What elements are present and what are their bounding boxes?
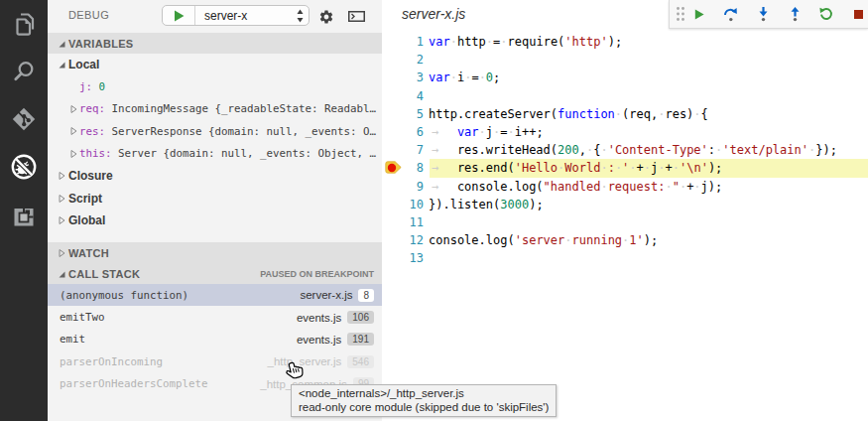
activity-item-extensions[interactable] xyxy=(0,191,48,238)
code-token-w: · xyxy=(600,143,607,157)
code-line-text: }).listen(3000); xyxy=(429,196,868,213)
code-line-text: console.log('server·running·1'); xyxy=(429,231,868,249)
step-over-button[interactable] xyxy=(719,0,743,28)
launch-config-name: server-x xyxy=(195,9,247,23)
code-line: 4 xyxy=(382,87,868,105)
stop-button[interactable] xyxy=(846,0,868,28)
watch-pane-header[interactable]: WATCH xyxy=(48,242,382,263)
source-control-icon xyxy=(12,107,36,131)
code-token-d: ); xyxy=(708,180,722,194)
tooltip-note: read-only core module (skipped due to 's… xyxy=(299,400,549,414)
scope-label: Closure xyxy=(68,169,113,183)
frame-line-badge: 546 xyxy=(347,355,374,368)
line-number: 6 xyxy=(382,123,424,141)
scope-row-closure[interactable]: Closure xyxy=(48,165,382,187)
code-token-d: + xyxy=(637,161,644,175)
code-token-d: { xyxy=(701,107,708,121)
activity-item-explorer[interactable] xyxy=(0,0,48,48)
breakpoint-current-marker[interactable] xyxy=(385,161,402,175)
line-number: 4 xyxy=(382,87,424,105)
frame-file-name: events.js xyxy=(297,312,341,324)
code-token-w: · xyxy=(479,125,486,139)
code-line-text: →var·j·=·i++; xyxy=(429,123,868,141)
code-token-w: · xyxy=(486,35,493,49)
continue-button[interactable] xyxy=(687,0,711,28)
code-line: 5http.createServer(function·(req,·res)·{ xyxy=(382,105,868,123)
code-token-n: 0 xyxy=(486,70,493,84)
gear-icon[interactable] xyxy=(318,9,334,25)
paused-status-badge: PAUSED ON BREAKPOINT xyxy=(260,269,374,279)
scope-row-script[interactable]: Script xyxy=(48,187,382,209)
start-debug-button[interactable] xyxy=(163,6,195,25)
step-into-button[interactable] xyxy=(751,0,775,28)
editor-pane: server-x.js 1var·http·=·require('http');… xyxy=(382,0,868,421)
debug-toolbar xyxy=(669,0,868,29)
chevron-expanded-icon xyxy=(57,39,66,49)
chevron-collapsed-icon xyxy=(57,171,66,181)
code-token-w: · xyxy=(693,180,700,194)
code-token-k: var xyxy=(429,35,450,49)
callstack-frame-row[interactable]: (anonymous function)server-x.js8 xyxy=(48,284,382,306)
code-token-d: ); xyxy=(608,35,622,49)
code-token-w: · xyxy=(658,161,665,175)
code-token-s: World xyxy=(564,161,600,175)
code-token-k: var xyxy=(457,125,479,139)
step-out-button[interactable] xyxy=(783,0,806,28)
code-line-text: →console.log("handled·request:·"·+·j); xyxy=(429,178,868,196)
code-token-w: · xyxy=(693,107,700,121)
code-line: 8→res.end('Hello·World·:·'·+·j·+·'\n'); xyxy=(382,159,868,177)
line-number: 7 xyxy=(382,141,424,159)
sidebar-title: DEBUG xyxy=(68,9,109,21)
tooltip-path: <node_internals>/_http_server.js xyxy=(299,386,549,400)
variable-row[interactable]: this: Server {domain: null, _events: Obj… xyxy=(48,143,382,165)
activity-item-search[interactable] xyxy=(0,48,48,95)
code-token-d: j xyxy=(486,125,493,139)
code-line-text: var·http·=·require('http'); xyxy=(429,33,868,51)
code-line: 7→res.writeHead(200,·{·'Content-Type':·'… xyxy=(382,141,868,159)
chevron-collapsed-icon xyxy=(68,126,78,136)
variable-row[interactable]: j: 0 xyxy=(48,75,382,97)
frame-location: events.js191 xyxy=(297,333,374,346)
code-line: 1var·http·=·require('http'); xyxy=(382,33,868,51)
toolbar-drag-handle[interactable] xyxy=(674,0,686,28)
watch-pane-title: WATCH xyxy=(68,247,109,259)
callstack-pane-title: CALL STACK xyxy=(68,268,140,280)
callstack-frame-row[interactable]: emitTwoevents.js106 xyxy=(48,306,382,328)
code-line: 13 xyxy=(382,249,868,267)
variables-pane-header[interactable]: VARIABLES xyxy=(48,33,382,54)
code-line: 9→console.log("handled·request:·"·+·j); xyxy=(382,178,868,196)
callstack-pane-header[interactable]: CALL STACK PAUSED ON BREAKPOINT xyxy=(48,263,382,284)
callstack-tooltip: <node_internals>/_http_server.js read-on… xyxy=(291,384,557,417)
scope-label: Script xyxy=(68,192,102,206)
activity-item-source-control[interactable] xyxy=(0,95,48,143)
launch-control-group: server-x xyxy=(162,5,310,26)
scope-row-global[interactable]: Global xyxy=(48,210,382,231)
code-token-t: → xyxy=(429,141,457,159)
step-into-icon xyxy=(758,7,769,22)
callstack-frame-row[interactable]: emitevents.js191 xyxy=(48,329,382,351)
code-token-d: : xyxy=(708,143,715,157)
step-out-icon xyxy=(790,7,801,22)
variable-row[interactable]: res: ServerResponse {domain: null, _even… xyxy=(48,120,382,142)
scope-row-local[interactable]: Local xyxy=(48,54,382,75)
launch-config-select[interactable]: server-x xyxy=(195,6,309,25)
variable-value: IncomingMessage {_readableState: Readabl… xyxy=(112,102,377,115)
code-line-text: →res.end('Hello·World·:·'·+·j·+·'\n'); xyxy=(429,159,868,177)
code-token-s: 'text/plain' xyxy=(722,143,808,157)
line-number: 5 xyxy=(382,105,424,123)
code-line: 6→var·j·=·i++; xyxy=(382,123,868,141)
restart-button[interactable] xyxy=(814,0,838,28)
code-token-d: + xyxy=(666,161,673,175)
code-line-text: http.createServer(function·(req,·res)·{ xyxy=(429,105,868,123)
stop-icon xyxy=(854,10,863,19)
code-token-k: function xyxy=(558,107,615,121)
code-token-s: request: xyxy=(608,180,666,194)
variable-row[interactable]: req: IncomingMessage {_readableState: Re… xyxy=(48,98,382,120)
callstack-frame-row[interactable]: parserOnIncoming_http_server.js546 xyxy=(48,351,382,372)
continue-icon xyxy=(694,9,704,20)
activity-item-debug[interactable] xyxy=(0,143,48,191)
code-token-w: · xyxy=(564,233,571,247)
debug-console-icon[interactable] xyxy=(348,11,365,22)
code-token-t: → xyxy=(429,178,457,196)
frame-location: server-x.js8 xyxy=(300,289,374,302)
